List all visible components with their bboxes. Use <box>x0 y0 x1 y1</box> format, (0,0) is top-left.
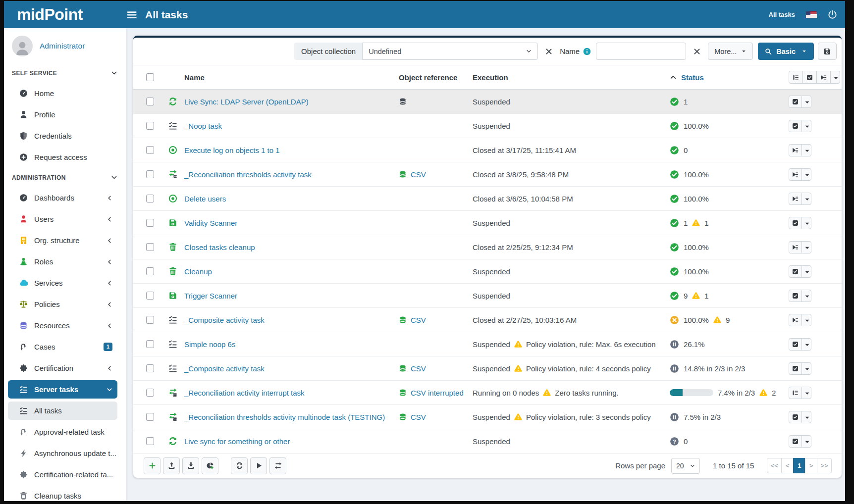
sidebar-item-approval-related-task[interactable]: Approval-related task <box>4 421 126 443</box>
col-header-status[interactable]: Status <box>670 73 704 82</box>
row-checkbox[interactable] <box>146 170 154 178</box>
row-actions-dropdown[interactable] <box>801 265 811 278</box>
more-filters-button[interactable]: More... <box>708 43 753 60</box>
bulk-actions-dropdown[interactable] <box>830 71 840 84</box>
row-actions-dropdown[interactable] <box>801 387 811 399</box>
sidebar-item-users[interactable]: Users <box>4 208 126 230</box>
row-actions-dropdown[interactable] <box>801 120 811 132</box>
resume-task-button[interactable] <box>789 120 802 132</box>
search-basic-button[interactable]: Basic <box>758 43 814 60</box>
row-actions-dropdown[interactable] <box>801 290 811 302</box>
row-actions-dropdown[interactable] <box>801 144 811 156</box>
run-now-button[interactable] <box>250 457 267 474</box>
row-checkbox[interactable] <box>146 267 154 275</box>
sidebar-item-services[interactable]: Services <box>4 272 126 294</box>
row-checkbox[interactable] <box>146 243 154 251</box>
object-reference-link[interactable]: CSV <box>411 413 426 421</box>
sidebar-item-certification[interactable]: Certification <box>4 357 126 379</box>
name-filter-input[interactable] <box>596 43 686 60</box>
sidebar-section-heading[interactable]: ADMINISTRATION <box>4 168 126 187</box>
pager-first[interactable]: << <box>767 458 782 473</box>
export-tasks-button[interactable] <box>182 457 199 474</box>
sidebar-item-credentials[interactable]: Credentials <box>4 125 126 147</box>
row-checkbox[interactable] <box>146 146 154 154</box>
select-all-checkbox[interactable] <box>146 73 154 81</box>
row-actions-dropdown[interactable] <box>801 168 811 181</box>
row-actions-dropdown[interactable] <box>801 362 811 375</box>
import-task-button[interactable] <box>163 457 180 474</box>
task-name-link[interactable]: _Reconciliation thresholds activity task <box>184 170 312 179</box>
resume-task-button[interactable] <box>789 290 802 302</box>
row-actions-dropdown[interactable] <box>801 217 811 229</box>
run-task-button[interactable] <box>789 193 802 205</box>
brand-logo[interactable]: midPoint <box>4 5 126 24</box>
task-name-link[interactable]: Closed tasks cleanup <box>184 243 255 252</box>
clear-name-icon[interactable] <box>693 48 701 55</box>
row-actions-dropdown[interactable] <box>801 411 811 423</box>
object-reference-link[interactable]: CSV <box>411 316 426 324</box>
row-checkbox[interactable] <box>146 437 154 445</box>
sidebar-item-resources[interactable]: Resources <box>4 315 126 336</box>
row-checkbox[interactable] <box>146 413 154 421</box>
row-checkbox[interactable] <box>146 364 154 372</box>
task-name-link[interactable]: Execute log on objects 1 to 1 <box>184 146 280 154</box>
suspend-all-button[interactable] <box>789 71 803 84</box>
row-checkbox[interactable] <box>146 316 154 324</box>
row-actions-dropdown[interactable] <box>801 96 811 108</box>
task-name-link[interactable]: Delete users <box>184 195 226 203</box>
synchronize-button[interactable] <box>269 457 286 474</box>
sidebar-item-org-structure[interactable]: Org. structure <box>4 230 126 251</box>
run-task-button[interactable] <box>789 241 802 253</box>
resume-task-button[interactable] <box>789 217 802 229</box>
task-name-link[interactable]: _Noop task <box>184 122 222 130</box>
task-name-link[interactable]: Cleanup <box>184 267 212 276</box>
run-all-button[interactable] <box>816 71 831 84</box>
run-task-button[interactable] <box>789 314 802 326</box>
pager-last[interactable]: >> <box>817 458 832 473</box>
col-header-ref[interactable]: Object reference <box>399 73 457 82</box>
task-name-link[interactable]: _Composite activity task <box>184 364 265 373</box>
object-reference-link[interactable]: CSV <box>411 364 426 373</box>
language-flag-icon[interactable] <box>806 11 817 18</box>
pager-prev[interactable]: < <box>781 458 794 473</box>
row-checkbox[interactable] <box>146 122 154 130</box>
run-task-button[interactable] <box>789 168 802 181</box>
info-icon[interactable] <box>583 48 591 55</box>
row-actions-dropdown[interactable] <box>801 241 811 253</box>
pager-page-1[interactable]: 1 <box>793 458 805 473</box>
sidebar-item-cleanup-tasks[interactable]: Cleanup tasks <box>4 485 126 501</box>
resume-all-button[interactable] <box>802 71 817 84</box>
save-search-button[interactable] <box>818 43 837 60</box>
row-actions-dropdown[interactable] <box>801 435 811 448</box>
add-task-button[interactable] <box>144 457 160 474</box>
object-collection-select[interactable]: Undefined <box>362 43 538 60</box>
run-task-button[interactable] <box>789 144 802 156</box>
task-name-link[interactable]: _Composite activity task <box>184 316 265 324</box>
create-report-button[interactable] <box>202 457 218 474</box>
resume-task-button[interactable] <box>789 362 802 375</box>
task-name-link[interactable]: Live sync for something or other <box>184 437 290 446</box>
task-name-link[interactable]: Trigger Scanner <box>184 292 237 300</box>
refresh-button[interactable] <box>231 457 248 474</box>
row-checkbox[interactable] <box>146 219 154 227</box>
task-name-link[interactable]: Live Sync: LDAP Server (OpenLDAP) <box>184 98 309 106</box>
sidebar-section-heading[interactable]: SELF SERVICE <box>4 63 126 83</box>
task-name-link[interactable]: Validity Scanner <box>184 219 237 227</box>
sidebar-item-certification-related-ta[interactable]: Certification-related ta... <box>4 464 126 485</box>
row-actions-dropdown[interactable] <box>801 193 811 205</box>
row-checkbox[interactable] <box>146 195 154 202</box>
task-name-link[interactable]: _Reconciliation thresholds activity mult… <box>184 413 385 421</box>
sidebar-item-home[interactable]: Home <box>4 83 126 104</box>
sidebar-item-server-tasks[interactable]: Server tasks <box>4 379 126 400</box>
row-actions-dropdown[interactable] <box>801 314 811 326</box>
pager-next[interactable]: > <box>805 458 817 473</box>
object-reference-link[interactable]: CSV <box>411 170 426 179</box>
sidebar-item-roles[interactable]: Roles <box>4 251 126 272</box>
rows-per-page-select[interactable]: 20 <box>671 458 700 474</box>
sidebar-item-policies[interactable]: Policies <box>4 294 126 315</box>
task-name-link[interactable]: _Reconciliation activity interrupt task <box>184 389 305 397</box>
task-name-link[interactable]: Simple noop 6s <box>184 340 235 349</box>
col-header-name[interactable]: Name <box>184 73 205 82</box>
row-checkbox[interactable] <box>146 389 154 397</box>
row-checkbox[interactable] <box>146 340 154 348</box>
